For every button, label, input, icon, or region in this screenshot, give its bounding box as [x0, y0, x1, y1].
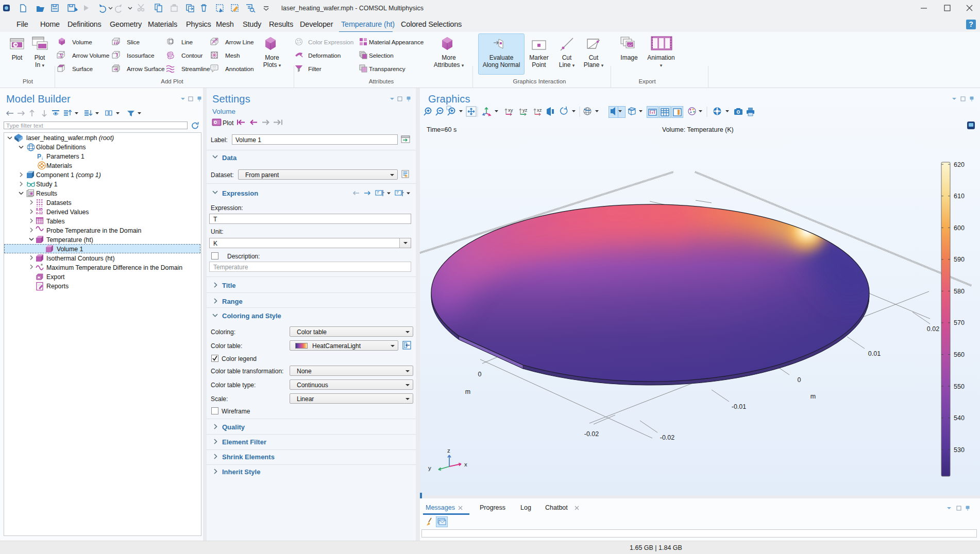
svg-text:590: 590: [954, 256, 965, 263]
svg-text:550: 550: [954, 383, 965, 390]
svg-text:600: 600: [954, 224, 965, 232]
svg-text:-0.02: -0.02: [660, 434, 675, 441]
svg-text:570: 570: [954, 319, 965, 326]
svg-text:y: y: [428, 465, 431, 471]
svg-text:i: i: [42, 156, 43, 161]
svg-text:m: m: [810, 393, 816, 400]
svg-text:540: 540: [954, 414, 965, 422]
svg-text:P: P: [37, 153, 41, 160]
svg-text:610: 610: [954, 193, 965, 200]
svg-text:620: 620: [954, 161, 965, 168]
svg-text:z: z: [447, 447, 450, 454]
svg-text:-0.01: -0.01: [732, 403, 747, 410]
svg-text:m: m: [465, 388, 470, 395]
svg-text:yz: yz: [522, 107, 528, 113]
svg-text:-0.02: -0.02: [584, 430, 599, 438]
svg-text:0: 0: [798, 376, 801, 384]
svg-text:0.02: 0.02: [927, 325, 939, 333]
svg-text:0: 0: [478, 371, 482, 378]
svg-text:580: 580: [954, 288, 965, 295]
svg-text:e-12: e-12: [36, 211, 43, 215]
svg-text:xz: xz: [537, 107, 542, 113]
svg-text:0.01: 0.01: [868, 350, 881, 357]
svg-text:560: 560: [954, 351, 965, 358]
svg-text:xy: xy: [508, 107, 513, 113]
svg-text:x: x: [464, 461, 467, 468]
svg-text:530: 530: [954, 446, 965, 454]
svg-text:8.85: 8.85: [36, 207, 43, 211]
